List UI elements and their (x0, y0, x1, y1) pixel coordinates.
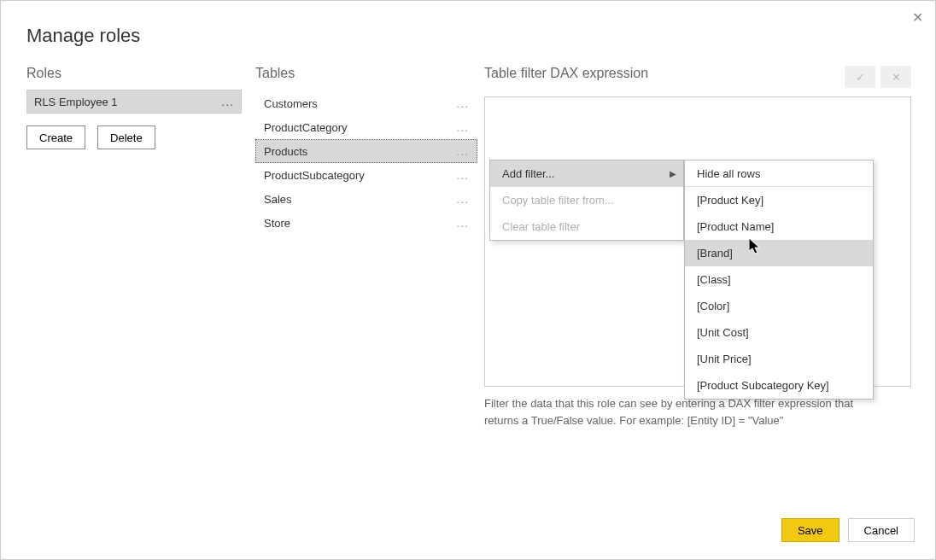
table-label: ProductCategory (264, 121, 348, 134)
roles-heading: Roles (26, 66, 255, 81)
table-item-products[interactable]: Products ... (255, 139, 477, 163)
submenu-item-label: [Product Key] (697, 194, 763, 207)
add-filter-submenu: Hide all rows [Product Key] [Product Nam… (684, 160, 874, 400)
submenu-item-label: [Product Name] (697, 220, 774, 233)
menu-item-copy-filter: Copy table filter from... (490, 187, 683, 213)
table-item-store[interactable]: Store ... (255, 211, 477, 235)
submenu-item-label: [Brand] (697, 247, 733, 260)
table-label: Customers (264, 97, 318, 110)
expression-actions: ✓ ✕ (845, 66, 911, 88)
table-item-customers[interactable]: Customers ... (255, 91, 477, 115)
table-item-productcategory[interactable]: ProductCategory ... (255, 115, 477, 139)
roles-column: Roles RLS Employee 1 ... Create Delete (26, 66, 255, 429)
submenu-item-hide-all[interactable]: Hide all rows (685, 160, 873, 187)
validate-button[interactable]: ✓ (845, 66, 875, 88)
submenu-item-brand[interactable]: [Brand] (685, 240, 873, 266)
submenu-item-label: [Class] (697, 273, 731, 286)
table-context-menu: Add filter... ▶ Copy table filter from..… (489, 160, 684, 241)
role-buttons: Create Delete (26, 125, 255, 149)
cancel-button[interactable]: Cancel (848, 518, 915, 542)
submenu-item-product-key[interactable]: [Product Key] (685, 187, 873, 213)
submenu-item-label: Hide all rows (697, 167, 760, 180)
table-label: Store (264, 217, 290, 230)
chevron-right-icon: ▶ (670, 169, 676, 178)
delete-button[interactable]: Delete (97, 125, 155, 149)
table-label: ProductSubcategory (264, 169, 365, 182)
table-item-productsubcategory[interactable]: ProductSubcategory ... (255, 163, 477, 187)
tables-column: Tables Customers ... ProductCategory ...… (255, 66, 484, 429)
menu-item-label: Clear table filter (502, 220, 580, 233)
table-label: Sales (264, 193, 292, 206)
submenu-item-product-name[interactable]: [Product Name] (685, 213, 873, 240)
revert-button[interactable]: ✕ (880, 66, 911, 88)
menu-item-label: Add filter... (502, 167, 554, 180)
submenu-item-color[interactable]: [Color] (685, 293, 873, 319)
roles-list: RLS Employee 1 ... (26, 90, 255, 114)
ellipsis-icon[interactable]: ... (456, 120, 469, 134)
ellipsis-icon[interactable]: ... (456, 144, 469, 158)
expression-header: Table filter DAX expression ✓ ✕ (484, 66, 911, 88)
role-item-label: RLS Employee 1 (34, 96, 118, 108)
ellipsis-icon[interactable]: ... (456, 216, 469, 230)
table-label: Products (264, 145, 307, 158)
ellipsis-icon[interactable]: ... (221, 95, 234, 108)
menu-item-clear-filter: Clear table filter (490, 213, 683, 240)
check-icon: ✓ (856, 71, 865, 84)
submenu-item-label: [Unit Price] (697, 353, 752, 365)
table-item-sales[interactable]: Sales ... (255, 187, 477, 211)
submenu-item-unit-price[interactable]: [Unit Price] (685, 346, 873, 372)
role-item[interactable]: RLS Employee 1 ... (26, 90, 242, 114)
save-button[interactable]: Save (781, 518, 839, 542)
menu-item-label: Copy table filter from... (502, 194, 614, 207)
submenu-item-unit-cost[interactable]: [Unit Cost] (685, 319, 873, 346)
dialog-footer: Save Cancel (781, 518, 915, 542)
expression-heading: Table filter DAX expression (484, 66, 648, 81)
submenu-item-class[interactable]: [Class] (685, 266, 873, 293)
x-icon: ✕ (892, 71, 901, 84)
tables-heading: Tables (255, 66, 484, 81)
ellipsis-icon[interactable]: ... (456, 192, 469, 206)
close-icon[interactable]: ✕ (912, 9, 923, 26)
submenu-item-label: [Color] (697, 300, 729, 312)
create-button[interactable]: Create (26, 125, 85, 149)
submenu-item-label: [Product Subcategory Key] (697, 379, 829, 392)
expression-hint: Filter the data that this role can see b… (484, 395, 886, 429)
submenu-item-product-subcategory-key[interactable]: [Product Subcategory Key] (685, 372, 873, 399)
ellipsis-icon[interactable]: ... (456, 96, 469, 110)
ellipsis-icon[interactable]: ... (456, 168, 469, 182)
menu-item-add-filter[interactable]: Add filter... ▶ (490, 160, 683, 187)
submenu-item-label: [Unit Cost] (697, 326, 749, 339)
tables-list: Customers ... ProductCategory ... Produc… (255, 91, 484, 235)
dialog-title: Manage roles (1, 1, 935, 47)
